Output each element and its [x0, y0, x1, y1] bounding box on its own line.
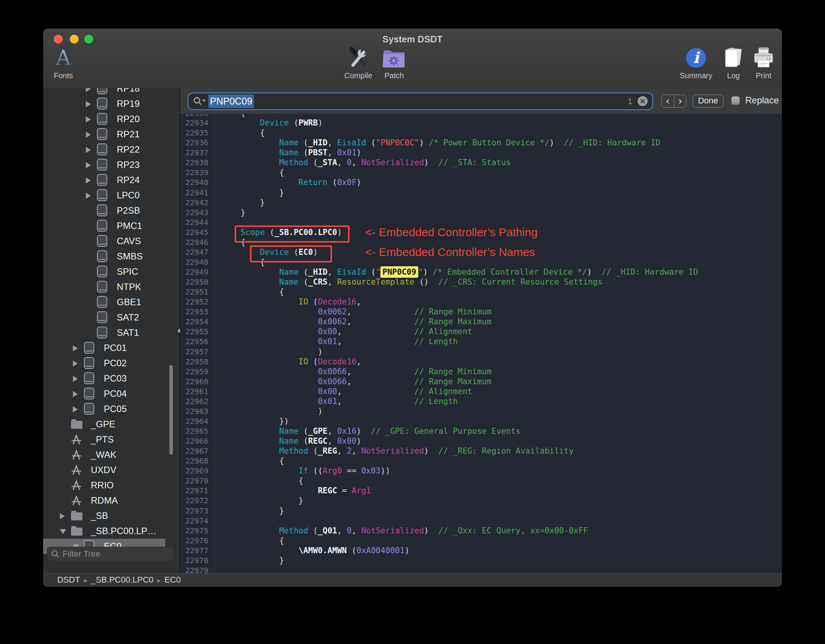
- sidebar-item-rrio[interactable]: RRIO: [43, 478, 165, 493]
- disclosure-collapsed-icon[interactable]: [73, 376, 78, 382]
- sidebar-item-gbe1[interactable]: GBE1: [43, 295, 165, 310]
- sidebar-item-pmc1[interactable]: PMC1: [43, 218, 165, 233]
- sidebar-item-p2sb[interactable]: P2SB: [43, 203, 165, 218]
- patch-button[interactable]: Patch: [369, 47, 419, 83]
- disclosure-collapsed-icon[interactable]: [86, 162, 91, 168]
- code-line-22936[interactable]: 22936 Name (_HID, EisaId ("PNP0C0C") /* …: [181, 138, 782, 148]
- code-line-22943[interactable]: 22943 }: [181, 208, 782, 217]
- code-line-22953[interactable]: 22953 0x0062, // Range Minimum: [181, 307, 782, 317]
- code-line-22937[interactable]: 22937 Name (PBST, 0x01): [181, 148, 782, 158]
- sidebar-item--pts[interactable]: _PTS: [43, 432, 165, 447]
- disclosure-collapsed-icon[interactable]: [73, 361, 78, 367]
- zoom-button[interactable]: [84, 35, 93, 43]
- sidebar-item-pc04[interactable]: PC04: [43, 386, 165, 401]
- code-line-22967[interactable]: 22967 Method (_REG, 2, NotSerialized) //…: [181, 446, 782, 456]
- sidebar-item-rp23[interactable]: RP23: [43, 157, 165, 172]
- code-line-22954[interactable]: 22954 0x0062, // Range Maximum: [181, 317, 782, 327]
- sidebar-item-sat2[interactable]: SAT2: [43, 310, 165, 325]
- sidebar-item-pc05[interactable]: PC05: [43, 401, 165, 417]
- code-line-22957[interactable]: 22957 ): [181, 347, 782, 357]
- sidebar-scrollbar-thumb[interactable]: [169, 365, 173, 455]
- code-line-22955[interactable]: 22955 0x00, // Alignment: [181, 327, 782, 336]
- code-line-22979[interactable]: 22979: [181, 565, 782, 573]
- sidebar-item-uxdv[interactable]: UXDV: [43, 462, 165, 478]
- disclosure-collapsed-icon[interactable]: [86, 116, 91, 122]
- sidebar-item-rp19[interactable]: RP19: [43, 96, 165, 111]
- sidebar-item-pc03[interactable]: PC03: [43, 371, 165, 386]
- code-line-22951[interactable]: 22951 {: [181, 287, 782, 297]
- disclosure-collapsed-icon[interactable]: [60, 513, 65, 519]
- sidebar-item-pc01[interactable]: PC01: [43, 340, 165, 356]
- disclosure-collapsed-icon[interactable]: [73, 406, 78, 412]
- done-button[interactable]: Done: [693, 95, 723, 108]
- code-line-22939[interactable]: 22939 {: [181, 167, 782, 177]
- search-input[interactable]: PNP0C09 1: [187, 92, 653, 110]
- code-line-22966[interactable]: 22966 Name (REGC, 0x00): [181, 436, 782, 446]
- sidebar-item--gpe[interactable]: _GPE: [43, 417, 165, 432]
- code-line-22952[interactable]: 22952 IO (Decode16,: [181, 297, 782, 307]
- disclosure-expanded-icon[interactable]: [60, 529, 66, 534]
- search-menu-icon[interactable]: [193, 97, 206, 106]
- code-line-22956[interactable]: 22956 0x01, // Length: [181, 336, 782, 346]
- disclosure-collapsed-icon[interactable]: [73, 345, 78, 351]
- code-line-22973[interactable]: 22973 }: [181, 506, 782, 516]
- code-line-22970[interactable]: 22970 {: [181, 476, 782, 486]
- sidebar-item--sb[interactable]: _SB: [43, 508, 165, 523]
- code-line-22969[interactable]: 22969 If ((Arg0 == 0x03)): [181, 466, 782, 476]
- sidebar-item-rdma[interactable]: RDMA: [43, 493, 165, 508]
- titlebar[interactable]: System DSDT A Fonts Compile: [43, 29, 782, 89]
- code-line-22963[interactable]: 22963 ): [181, 406, 782, 416]
- minimize-button[interactable]: [70, 35, 79, 43]
- find-previous-button[interactable]: ‹: [662, 95, 674, 107]
- sidebar-item-rp20[interactable]: RP20: [43, 111, 165, 127]
- code-view[interactable]: 22933 {22934 Device (PWRB)22935 {22936 N…: [181, 108, 782, 573]
- code-line-22975[interactable]: 22975 Method (_Q01, 0, NotSerialized) //…: [181, 526, 782, 536]
- code-line-22938[interactable]: 22938 Method (_STA, 0, NotSerialized) //…: [181, 158, 782, 167]
- code-line-22974[interactable]: 22974: [181, 516, 782, 526]
- code-line-22958[interactable]: 22958 IO (Decode16,: [181, 357, 782, 367]
- code-line-22934[interactable]: 22934 Device (PWRB): [181, 118, 782, 128]
- code-line-22962[interactable]: 22962 0x01, // Length: [181, 396, 782, 406]
- close-button[interactable]: [54, 35, 63, 43]
- sidebar-item-rp18[interactable]: RP18: [43, 88, 165, 96]
- replace-checkbox[interactable]: [731, 96, 740, 105]
- code-line-22976[interactable]: 22976 {: [181, 536, 782, 546]
- code-line-22972[interactable]: 22972 }: [181, 496, 782, 506]
- breadcrumb-ec0[interactable]: EC0: [164, 575, 181, 584]
- code-line-22971[interactable]: 22971 REGC = Arg1: [181, 486, 782, 496]
- sidebar-item-smbs[interactable]: SMBS: [43, 249, 165, 264]
- disclosure-collapsed-icon[interactable]: [86, 132, 91, 138]
- disclosure-collapsed-icon[interactable]: [86, 147, 91, 153]
- code-line-22940[interactable]: 22940 Return (0x0F): [181, 177, 782, 187]
- disclosure-collapsed-icon[interactable]: [86, 101, 91, 107]
- disclosure-collapsed-icon[interactable]: [86, 193, 91, 199]
- code-line-22935[interactable]: 22935 {: [181, 128, 782, 138]
- code-line-22949[interactable]: 22949 Name (_HID, EisaId ("PNP0C09") /* …: [181, 267, 782, 277]
- disclosure-collapsed-icon[interactable]: [73, 391, 78, 397]
- sidebar-item-rp22[interactable]: RP22: [43, 142, 165, 157]
- print-button[interactable]: Print: [739, 47, 782, 83]
- breadcrumb-dsdt[interactable]: DSDT: [57, 575, 80, 584]
- code-line-22959[interactable]: 22959 0x0066, // Range Minimum: [181, 367, 782, 377]
- disclosure-collapsed-icon[interactable]: [86, 177, 91, 184]
- sidebar-item--sb-pc00-lp-[interactable]: _SB.PC00.LP…: [43, 523, 165, 539]
- code-line-22977[interactable]: 22977 \AMW0.AMWN (0xA0040001): [181, 546, 782, 555]
- sidebar-item-pc02[interactable]: PC02: [43, 356, 165, 371]
- code-line-22978[interactable]: 22978 }: [181, 555, 782, 565]
- sidebar-scrollbar[interactable]: [168, 88, 174, 573]
- clear-search-icon[interactable]: [638, 96, 648, 106]
- sidebar-item--wak[interactable]: _WAK: [43, 447, 165, 462]
- code-line-22960[interactable]: 22960 0x0066, // Range Maximum: [181, 377, 782, 386]
- code-line-22942[interactable]: 22942 }: [181, 198, 782, 208]
- sidebar-item-lpc0[interactable]: LPC0: [43, 188, 165, 203]
- sidebar-item-cavs[interactable]: CAVS: [43, 233, 165, 249]
- sidebar-item-rp24[interactable]: RP24: [43, 172, 165, 188]
- sidebar-item-rp21[interactable]: RP21: [43, 127, 165, 142]
- find-next-button[interactable]: ›: [674, 95, 686, 107]
- code-line-22961[interactable]: 22961 0x00, // Alignment: [181, 386, 782, 396]
- code-line-22941[interactable]: 22941 }: [181, 188, 782, 198]
- fonts-button[interactable]: A Fonts: [43, 47, 88, 83]
- code-line-22964[interactable]: 22964 }): [181, 416, 782, 426]
- sidebar-item-ntpk[interactable]: NTPK: [43, 279, 165, 295]
- code-line-22968[interactable]: 22968 {: [181, 456, 782, 466]
